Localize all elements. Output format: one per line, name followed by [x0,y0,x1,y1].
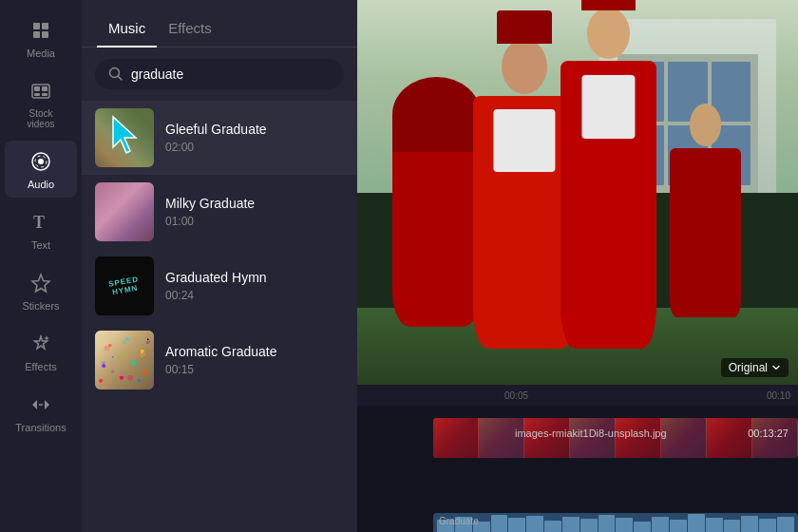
wave-bar [598,515,616,532]
svg-rect-7 [34,93,40,96]
film-frame [707,418,752,458]
waveform [433,513,798,532]
svg-line-15 [119,77,123,81]
sidebar-item-stickers[interactable]: Stickers [5,262,77,319]
music-info-hymn: Graduated Hymn 00:24 [165,270,344,302]
svg-point-10 [38,159,44,164]
music-thumb-gleeful [95,108,154,167]
wave-bar [616,518,633,532]
svg-rect-8 [42,93,48,96]
music-title-gleeful: Gleeful Graduate [165,122,344,137]
music-thumb-aromatic [95,331,154,390]
music-duration-milky: 01:00 [165,215,344,228]
tab-effects[interactable]: Effects [157,10,223,48]
wave-bar [580,519,598,532]
wave-bar [670,520,687,532]
music-item-aromatic[interactable]: Aromatic Graduate 00:15 [82,323,357,397]
music-title-hymn: Graduated Hymn [165,270,344,285]
sidebar-item-media[interactable]: Media [5,10,77,66]
hymn-thumb-text: SPEED HYMN [95,273,154,299]
svg-rect-0 [33,23,40,29]
video-duration-badge: 00:13:27 [748,428,788,439]
wave-bar [634,522,651,532]
wave-bar [688,514,705,532]
ruler-mark-5: 00:05 [504,390,528,401]
film-frame [570,418,616,458]
original-label: Original [729,361,768,374]
sidebar-item-transitions-label: Transitions [15,422,66,433]
music-item-milky[interactable]: Milky Graduate 01:00 [82,175,357,249]
wave-bar [508,518,525,532]
cursor-arrow [109,115,145,157]
music-duration-aromatic: 00:15 [165,363,344,376]
film-frame [479,418,524,458]
music-title-milky: Milky Graduate [165,196,344,211]
music-duration-gleeful: 02:00 [165,141,344,154]
video-strip[interactable]: images-rmiakit1Di8-unsplash.jpg 00:13:27 [433,418,798,458]
music-info-aromatic: Aromatic Graduate 00:15 [165,344,344,376]
timeline-ruler: 00:05 00:10 [357,385,798,406]
video-controls-top: Original [721,358,788,377]
music-info-milky: Milky Graduate 01:00 [165,196,344,228]
wave-bar [491,515,508,532]
audio-track-row: Graduate [357,458,798,496]
ruler-mark-end: 00:10 [767,390,790,401]
chevron-down-icon [771,363,781,372]
effects-icon [28,331,54,357]
music-thumb-milky [95,182,154,241]
wave-bar [544,521,561,532]
audio-track[interactable] [433,513,798,532]
wave-bar [652,517,669,533]
svg-text:T: T [33,213,45,232]
svg-rect-3 [42,31,48,38]
sidebar-item-transitions[interactable]: Transitions [5,384,77,441]
sidebar-item-stock-videos[interactable]: Stock videos [5,70,77,137]
svg-rect-5 [34,86,40,91]
wave-bar [562,517,580,532]
audio-track-label: Graduate [435,514,483,528]
sidebar-item-stickers-label: Stickers [22,300,59,312]
tab-music[interactable]: Music [97,10,157,48]
sidebar-item-text-label: Text [31,239,50,251]
video-preview[interactable]: Original [357,0,798,385]
timeline-tracks: images-rmiakit1Di8-unsplash.jpg 00:13:27 [357,406,798,532]
audio-icon [28,148,54,175]
sidebar-item-effects[interactable]: Effects [5,323,77,380]
stock-videos-icon [28,78,54,104]
film-frame [616,418,661,458]
stickers-icon [28,270,54,296]
music-info-gleeful: Gleeful Graduate 02:00 [165,122,344,154]
sidebar-item-effects-label: Effects [25,361,56,372]
sidebar-item-media-label: Media [27,48,55,59]
wave-bar [706,518,723,532]
film-frame [524,418,570,458]
panel-tabs: Music Effects [82,0,357,48]
wave-bar [724,520,741,532]
original-badge[interactable]: Original [721,358,788,377]
sidebar-item-audio-label: Audio [28,179,54,190]
video-track-row: images-rmiakit1Di8-unsplash.jpg 00:13:27 [357,410,798,453]
audio-panel: Music Effects Gleef [82,0,357,532]
media-icon [28,17,54,44]
film-frame [433,418,479,458]
search-input[interactable] [131,66,331,82]
film-frame [661,418,707,458]
search-bar [95,59,344,89]
wave-bar [777,517,794,532]
music-item-hymn[interactable]: SPEED HYMN Graduated Hymn 00:24 [82,249,357,323]
svg-rect-6 [42,86,48,91]
timeline-area: 00:05 00:10 images- [357,385,798,532]
search-icon [108,66,124,82]
sidebar-item-stock-videos-label: Stock videos [28,108,55,129]
sidebar-item-text[interactable]: T Text [5,201,77,258]
wave-bar [741,516,758,532]
transitions-icon [28,391,54,418]
text-icon: T [28,209,54,236]
music-title-aromatic: Aromatic Graduate [165,344,344,359]
wave-bar [759,519,776,532]
music-item-gleeful[interactable]: Gleeful Graduate 02:00 [82,101,357,175]
video-strip-content [433,418,798,458]
music-thumb-hymn: SPEED HYMN [95,256,154,315]
sidebar-item-audio[interactable]: Audio [5,141,77,198]
music-list: Gleeful Graduate 02:00 Milky Graduate 01… [82,101,357,532]
